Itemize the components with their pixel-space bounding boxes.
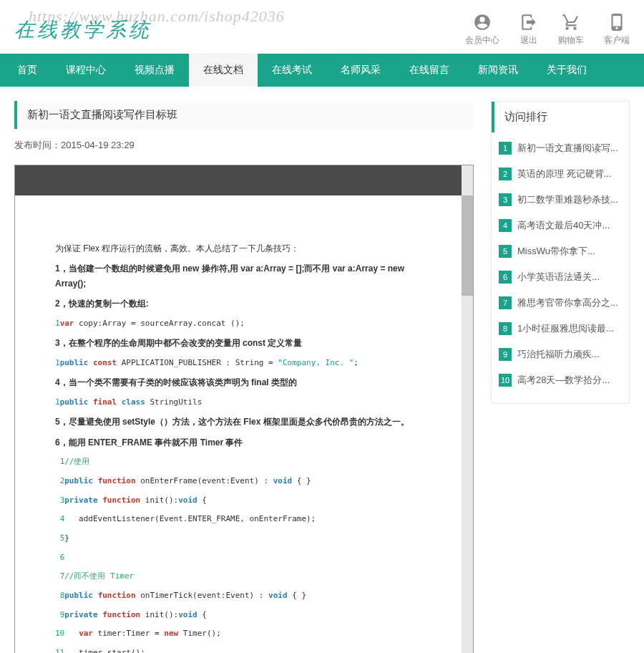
article-title: 新初一语文直播阅读写作目标班 [14,101,474,129]
watermark-text: https://www.huzhan.com/ishop42036 [29,7,285,26]
rank-item[interactable]: 4高考语文最后40天冲... [499,213,622,238]
rank-text: 小学英语语法通关... [517,271,600,284]
ranking-panel: 访问排行 1新初一语文直播阅读写...2英语的原理 死记硬背...3初二数学重难… [491,101,630,404]
rank-number: 5 [499,245,512,258]
ranking-list: 1新初一语文直播阅读写...2英语的原理 死记硬背...3初二数学重难题秒杀技.… [492,132,629,403]
phone-icon [608,13,626,32]
rank-text: 新初一语文直播阅读写... [517,142,618,155]
nav-home[interactable]: 首页 [3,54,52,87]
member-center-link[interactable]: 会员中心 [465,13,499,47]
doc-scroll-thumb[interactable] [462,195,473,296]
doc-heading-2: 2，快速的复制一个数组: [55,296,433,311]
main-content: 新初一语文直播阅读写作目标班 发布时间：2015-04-19 23:29 为保证… [14,101,474,653]
doc-heading-1: 1，当创建一个数组的时候避免用 new 操作符,用 var a:Array = … [55,261,433,291]
code-block: 1public const APPLICATION_PUBLISHER : St… [55,357,433,370]
rank-item[interactable]: 5MissWu带你拿下... [499,238,622,264]
rank-item[interactable]: 1新初一语文直播阅读写... [499,135,622,161]
doc-heading-6: 6，能用 ENTER_FRAME 事件就不用 Timer 事件 [55,435,433,450]
rank-text: 雅思考官带你拿高分之... [517,296,618,309]
nav-teachers[interactable]: 名师风采 [326,54,395,87]
top-icons: 会员中心 退出 购物车 客户端 [465,13,630,47]
rank-text: 高考28天—数学拾分... [517,374,610,387]
doc-toolbar[interactable] [15,165,473,195]
rank-text: 高考语文最后40天冲... [517,219,610,232]
nav-about[interactable]: 关于我们 [532,54,601,87]
code-block: 1var copy:Array = sourceArray.concat (); [55,317,433,331]
top-icon-label: 会员中心 [465,34,499,47]
client-link[interactable]: 客户端 [604,13,630,47]
document-viewer[interactable]: 为保证 Flex 程序运行的流畅，高效。本人总结了一下几条技巧： 1，当创建一个… [14,165,474,653]
top-icon-label: 客户端 [604,34,630,47]
rank-text: 英语的原理 死记硬背... [517,168,611,180]
nav-messages[interactable]: 在线留言 [395,54,464,87]
rank-item[interactable]: 7雅思考官带你拿高分之... [499,290,622,316]
rank-number: 7 [499,296,512,309]
doc-scrollbar[interactable] [462,165,473,653]
main-nav: 首页 课程中心 视频点播 在线文档 在线考试 名师风采 在线留言 新闻资讯 关于… [0,54,644,87]
rank-item[interactable]: 2英语的原理 死记硬背... [499,161,622,187]
doc-heading-5: 5，尽量避免使用 setStyle（）方法，这个方法在 Flex 框架里面是众多… [55,415,433,429]
rank-text: MissWu带你拿下... [517,245,595,258]
doc-content: 为保证 Flex 程序运行的流畅，高效。本人总结了一下几条技巧： 1，当创建一个… [15,195,473,653]
rank-number: 10 [499,374,512,387]
rank-number: 1 [499,142,512,155]
rank-text: 初二数学重难题秒杀技... [517,193,618,206]
rank-item[interactable]: 9巧治托福听力顽疾... [499,342,622,367]
code-block: 1public final class StringUtils [55,396,433,410]
ranking-title: 访问排行 [492,102,629,132]
rank-number: 6 [499,271,512,284]
nav-courses[interactable]: 课程中心 [52,54,120,87]
rank-number: 8 [499,322,512,335]
rank-item[interactable]: 6小学英语语法通关... [499,264,622,290]
code-block-6: 1//使用 2public function onEnterFrame(even… [55,455,433,653]
nav-video[interactable]: 视频点播 [120,54,189,87]
exit-icon [519,13,538,32]
user-icon [473,13,492,32]
publish-time: 发布时间：2015-04-19 23:29 [14,139,474,152]
logout-link[interactable]: 退出 [519,13,538,47]
sidebar: 访问排行 1新初一语文直播阅读写...2英语的原理 死记硬背...3初二数学重难… [491,101,630,653]
top-icon-label: 退出 [520,34,537,47]
rank-number: 3 [499,193,512,206]
cart-link[interactable]: 购物车 [558,13,584,47]
rank-item[interactable]: 10高考28天—数学拾分... [499,367,622,393]
top-icon-label: 购物车 [558,34,584,47]
rank-number: 4 [499,219,512,232]
nav-exam[interactable]: 在线考试 [258,54,326,87]
rank-item[interactable]: 81小时征服雅思阅读最... [499,316,622,342]
rank-item[interactable]: 3初二数学重难题秒杀技... [499,187,622,213]
doc-heading-3: 3，在整个程序的生命周期中都不会改变的变量用 const 定义常量 [55,336,433,350]
rank-number: 2 [499,168,512,180]
nav-news[interactable]: 新闻资讯 [464,54,532,87]
doc-heading-4: 4，当一个类不需要有子类的时候应该将该类声明为 final 类型的 [55,375,433,390]
rank-text: 巧治托福听力顽疾... [517,348,600,361]
rank-text: 1小时征服雅思阅读最... [517,322,614,335]
rank-number: 9 [499,348,512,361]
doc-intro: 为保证 Flex 程序运行的流畅，高效。本人总结了一下几条技巧： [55,241,433,256]
cart-icon [562,13,580,32]
nav-docs[interactable]: 在线文档 [189,54,258,87]
